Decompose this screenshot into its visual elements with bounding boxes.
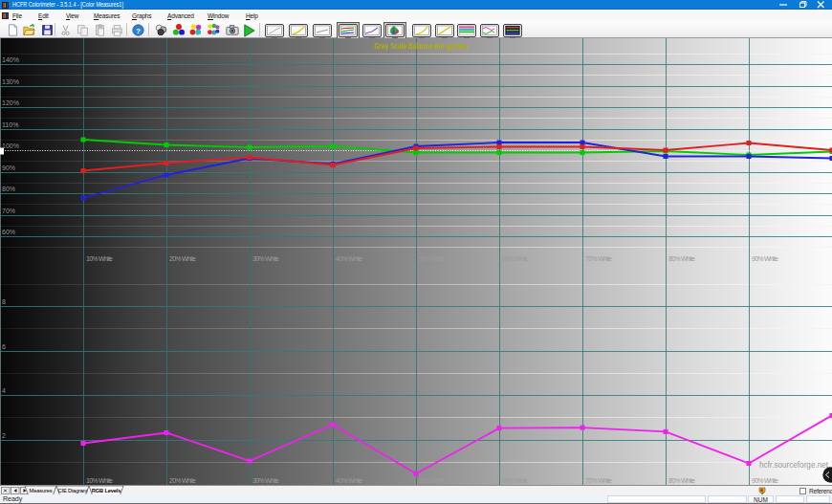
svg-text:90%: 90% <box>2 164 15 171</box>
svg-text:80% White: 80% White <box>668 477 695 484</box>
svg-text:60% White: 60% White <box>502 255 529 262</box>
svg-text:40% White: 40% White <box>336 255 362 262</box>
svg-text:50% White: 50% White <box>419 255 446 262</box>
svg-text:4: 4 <box>2 387 6 394</box>
svg-text:70% White: 70% White <box>585 477 612 484</box>
svg-text:10% White: 10% White <box>86 477 113 484</box>
svg-text:hcfr.sourceforge.net: hcfr.sourceforge.net <box>759 460 828 470</box>
svg-text:90% White: 90% White <box>752 477 778 484</box>
svg-text:2: 2 <box>2 432 6 439</box>
svg-text:8: 8 <box>2 298 6 305</box>
svg-text:60% White: 60% White <box>502 477 529 484</box>
svg-text:Gray Scale Balance w/o gamma: Gray Scale Balance w/o gamma <box>374 41 468 51</box>
svg-text:6: 6 <box>2 343 6 350</box>
svg-text:70% White: 70% White <box>585 255 612 262</box>
svg-text:100%: 100% <box>2 142 19 149</box>
svg-text:40% White: 40% White <box>336 477 362 484</box>
svg-text:80%: 80% <box>2 186 15 192</box>
svg-text:80% White: 80% White <box>668 255 695 262</box>
svg-text:?: ? <box>136 26 141 34</box>
svg-text:CIE Diagram: CIE Diagram <box>58 488 88 493</box>
svg-text:20% White: 20% White <box>169 255 196 262</box>
svg-text:RGB Levels: RGB Levels <box>92 488 121 493</box>
svg-text:130%: 130% <box>2 78 19 85</box>
svg-text:30% White: 30% White <box>252 255 279 262</box>
svg-text:90% White: 90% White <box>752 255 778 262</box>
svg-text:20% White: 20% White <box>169 477 196 484</box>
svg-text:70%: 70% <box>2 208 15 214</box>
svg-text:50% White: 50% White <box>419 477 446 484</box>
svg-text:110%: 110% <box>2 121 18 128</box>
svg-text:Measures: Measures <box>30 488 53 493</box>
svg-text:120%: 120% <box>2 99 19 106</box>
svg-text:30% White: 30% White <box>252 477 279 484</box>
svg-text:60%: 60% <box>2 229 15 235</box>
svg-text:10% White: 10% White <box>86 255 113 262</box>
svg-text:140%: 140% <box>2 56 19 63</box>
